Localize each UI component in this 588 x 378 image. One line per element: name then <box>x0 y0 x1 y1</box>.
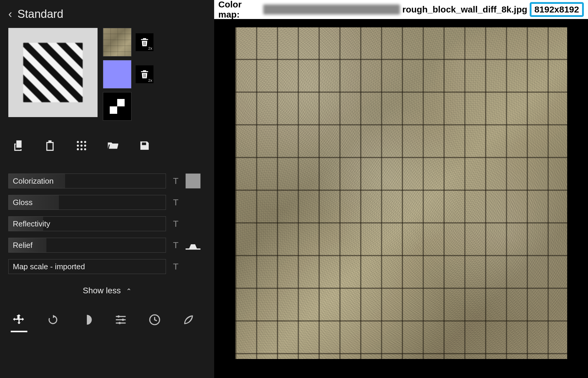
color-map-pathbar: Color map: rough_block_wall_diff_8k.jpg … <box>214 0 588 19</box>
slider-label: Reflectivity <box>13 219 50 229</box>
svg-rect-10 <box>116 319 126 320</box>
svg-point-7 <box>81 148 83 150</box>
sliders-tool-button[interactable] <box>113 312 128 327</box>
row-normal-map: 2x <box>103 60 153 89</box>
grid-dots-icon <box>75 139 88 152</box>
svg-point-8 <box>84 148 86 150</box>
copy-icon <box>12 139 25 152</box>
contrast-tool-button[interactable] <box>79 312 95 327</box>
paste-icon <box>44 139 56 152</box>
row-relief: Relief T <box>8 238 206 253</box>
trash-sub-label: 2x <box>148 46 152 51</box>
svg-point-1 <box>81 141 83 143</box>
slider-label: Gloss <box>13 198 32 207</box>
trash-color-map-button[interactable]: 2x <box>136 33 153 51</box>
floppy-disk-icon <box>138 139 151 152</box>
paste-button[interactable] <box>43 138 57 153</box>
row-gloss: Gloss T <box>8 195 206 210</box>
pathbar-dimensions: 8192x8192 <box>530 2 584 17</box>
map-scale-slider[interactable]: Map scale - imported <box>8 259 166 274</box>
svg-point-2 <box>84 141 86 143</box>
svg-point-12 <box>117 315 120 317</box>
row-alpha-map <box>103 92 153 121</box>
row-map-scale: Map scale - imported T <box>8 259 206 274</box>
svg-point-3 <box>77 145 79 147</box>
texture-viewer[interactable] <box>214 19 588 378</box>
show-less-toggle[interactable]: Show less ⌃ <box>8 286 206 295</box>
pathbar-label: Color map: <box>218 0 261 20</box>
history-button[interactable] <box>147 312 162 327</box>
svg-rect-9 <box>116 316 126 317</box>
show-less-label: Show less <box>83 286 121 295</box>
material-sidebar: ‹ Standard 2x 2x <box>0 0 214 378</box>
leaf-button[interactable] <box>181 312 196 327</box>
svg-point-4 <box>81 145 83 147</box>
rotate-tool-button[interactable] <box>45 312 61 327</box>
gloss-slider[interactable]: Gloss <box>8 195 166 210</box>
trash-sub-label: 2x <box>148 78 152 83</box>
texture-canvas <box>235 27 567 359</box>
relief-slider[interactable]: Relief <box>8 238 166 253</box>
preview-and-slots: 2x 2x <box>8 28 206 121</box>
open-folder-button[interactable] <box>106 138 120 153</box>
row-color-map: 2x <box>103 28 153 56</box>
texture-toggle-button[interactable]: T <box>171 176 180 186</box>
copy-button[interactable] <box>11 138 26 153</box>
checker-icon <box>110 99 125 114</box>
svg-point-14 <box>119 322 121 324</box>
diagonal-stripe-preview-icon <box>23 43 83 102</box>
texture-toggle-button[interactable]: T <box>171 219 180 229</box>
slider-label: Map scale - imported <box>13 262 85 271</box>
sidebar-header: ‹ Standard <box>8 3 206 25</box>
texture-toggle-button[interactable]: T <box>171 240 180 250</box>
reflectivity-slider[interactable]: Reflectivity <box>8 216 166 231</box>
bump-profile-icon <box>186 241 200 250</box>
transform-toolbar <box>8 310 206 327</box>
trash-normal-map-button[interactable]: 2x <box>136 65 153 83</box>
app-root: ‹ Standard 2x 2x <box>0 0 588 378</box>
move-arrows-icon <box>12 313 26 326</box>
material-type-title: Standard <box>18 8 63 21</box>
folder-open-icon <box>107 139 119 152</box>
save-button[interactable] <box>137 138 152 153</box>
material-sliders: Colorization T Gloss T Reflectivity T <box>8 174 206 274</box>
pathbar-redacted-path <box>263 4 400 15</box>
clock-icon <box>148 313 161 326</box>
half-circle-icon <box>80 313 93 326</box>
row-colorization: Colorization T <box>8 174 206 188</box>
material-preview[interactable] <box>8 28 98 117</box>
stone-wall-noise-layer <box>235 27 567 359</box>
svg-point-13 <box>122 319 124 321</box>
texture-toggle-button[interactable]: T <box>171 262 180 272</box>
back-chevron-icon[interactable]: ‹ <box>8 8 12 21</box>
svg-point-0 <box>77 141 79 143</box>
slider-label: Relief <box>13 241 32 250</box>
texture-slot-column: 2x 2x <box>103 28 153 121</box>
texture-toggle-button[interactable]: T <box>171 197 180 207</box>
color-map-slot[interactable] <box>103 28 131 56</box>
alpha-map-slot[interactable] <box>103 92 131 121</box>
material-toolbar <box>8 138 206 153</box>
leaf-icon <box>182 313 195 326</box>
sample-grid-button[interactable] <box>74 138 89 153</box>
row-reflectivity: Reflectivity T <box>8 216 206 231</box>
normal-map-slot[interactable] <box>103 60 131 89</box>
chevron-up-icon: ⌃ <box>126 287 131 295</box>
main-area: Color map: rough_block_wall_diff_8k.jpg … <box>214 0 588 378</box>
sliders-icon <box>114 313 127 326</box>
svg-point-6 <box>77 148 79 150</box>
move-tool-button[interactable] <box>11 312 27 327</box>
colorization-swatch[interactable] <box>186 174 200 188</box>
svg-point-5 <box>84 145 86 147</box>
rotate-icon <box>46 313 59 326</box>
slider-label: Colorization <box>13 177 54 186</box>
colorization-slider[interactable]: Colorization <box>8 174 166 188</box>
pathbar-filename: rough_block_wall_diff_8k.jpg <box>402 4 527 15</box>
